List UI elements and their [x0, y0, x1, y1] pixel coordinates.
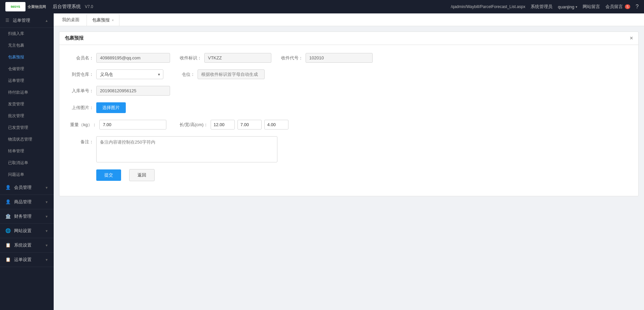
sidebar-section-system-label: 系统设置 [14, 243, 32, 248]
back-button[interactable]: 返回 [129, 169, 155, 181]
topbar-right: /qadmin/Waybill/ParcelForecast_List.aspx… [451, 4, 639, 10]
note-textarea[interactable] [96, 136, 277, 162]
sidebar-item-waybill[interactable]: 运单管理 [0, 75, 54, 87]
system-title: 后台管理系统 [53, 4, 81, 10]
order-input[interactable] [96, 86, 170, 96]
system-icon: 📋 [5, 243, 11, 248]
form-group-location: 仓位： [171, 69, 265, 79]
logo: 56SYS 全聚物流网 [5, 2, 46, 11]
sidebar-section-website[interactable]: 🌐 网站设置 ▼ [0, 224, 54, 238]
sidebar-section-shipping-label: 运单设置 [14, 257, 32, 262]
sidebar-item-problem[interactable]: 问题运单 [0, 169, 54, 180]
warehouse-select-wrapper: 义乌仓 广州仓 深圳仓 [96, 69, 163, 79]
tabs-bar: 我的桌面 包裹预报 × [54, 13, 644, 26]
form-group-receive-code: 收件代号： [279, 53, 373, 63]
receive-code-input[interactable] [306, 53, 373, 63]
version-label: V7.0 [85, 4, 93, 9]
member-badge: 5 [625, 4, 630, 9]
location-input[interactable] [198, 69, 265, 79]
length-input[interactable] [211, 120, 235, 130]
main-content: 我的桌面 包裹预报 × 包裹预报 × 会员名： [54, 13, 644, 310]
sidebar-item-pending-payment[interactable]: 待付款运单 [0, 87, 54, 98]
tab-close-icon[interactable]: × [112, 18, 114, 22]
username-label: quanjing [558, 4, 574, 9]
warehouse-select[interactable]: 义乌仓 广州仓 深圳仓 [96, 69, 163, 79]
chevron-down-icon: ▾ [576, 5, 577, 9]
sidebar-section-finance[interactable]: 🏦 财务管理 ▼ [0, 209, 54, 224]
sidebar-section-finance-label: 财务管理 [14, 214, 32, 219]
admin-label: 系统管理员 [531, 4, 552, 10]
form-group-note: 备注： [70, 136, 277, 162]
width-input[interactable] [237, 120, 262, 130]
form-close-button[interactable]: × [630, 35, 633, 41]
tab-parcel-forecast[interactable]: 包裹预报 × [87, 14, 119, 26]
weight-label: 重量（kg）： [70, 122, 97, 128]
topbar: 56SYS 全聚物流网 后台管理系统 V7.0 /qadmin/Waybill/… [0, 0, 644, 13]
user-menu[interactable]: quanjing ▾ [558, 4, 577, 9]
help-icon[interactable]: ? [636, 4, 639, 10]
page-content: 包裹预报 × 会员名： 收件标识： [54, 26, 644, 310]
form-row-7: 提交 返回 [96, 169, 628, 181]
form-card-header: 包裹预报 × [59, 32, 638, 45]
form-row-5: 重量（kg）： 长/宽/高(cm)： [70, 120, 628, 130]
breadcrumb-path: /qadmin/Waybill/ParcelForecast_List.aspx [451, 4, 525, 9]
form-row-4: 上传图片： 选择图片 [70, 102, 628, 113]
form-group-upload: 上传图片： 选择图片 [70, 102, 126, 113]
submit-button[interactable]: 提交 [96, 169, 121, 181]
chevron-down-icon-product: ▼ [45, 200, 48, 204]
finance-icon: 🏦 [5, 214, 11, 219]
height-input[interactable] [264, 120, 288, 130]
member-input[interactable] [96, 53, 170, 63]
logo-subtitle: 全聚物流网 [28, 4, 46, 9]
sidebar-section-website-label: 网站设置 [14, 228, 32, 233]
sidebar-section-member-label: 会员管理 [14, 185, 32, 190]
form-row-3: 入库单号： [70, 86, 628, 96]
sidebar-section-shipping[interactable]: 📋 运单设置 ▼ [0, 253, 54, 267]
member-message-link[interactable]: 会员留言 5 [605, 4, 630, 10]
sidebar-item-warehouse[interactable]: 仓储管理 [0, 63, 54, 75]
sidebar-item-batch[interactable]: 批次管理 [0, 110, 54, 122]
sidebar-item-delivered[interactable]: 已发货管理 [0, 122, 54, 134]
form-group-receive-mark: 收件标识： [178, 53, 271, 63]
form-card-body: 会员名： 收件标识： 收件代号： [59, 45, 638, 196]
website-icon: 🌐 [5, 228, 11, 233]
sidebar-freight-items: 扫描入库 无主包裹 包裹预报 仓储管理 运单管理 待付款运单 发货管理 批次管理… [0, 28, 54, 180]
sidebar-item-logistics[interactable]: 物流状态管理 [0, 134, 54, 145]
sidebar-section-product[interactable]: 👤 商品管理 ▼ [0, 195, 54, 209]
sidebar-section-freight[interactable]: ☰ 运单管理 ▲ [0, 13, 54, 28]
weight-input[interactable] [99, 120, 166, 130]
logo-image: 56SYS [5, 2, 25, 11]
sidebar-item-no-waybill[interactable]: 无主包裹 [0, 40, 54, 51]
tab-desktop-label: 我的桌面 [62, 17, 79, 23]
site-message-link[interactable]: 网站留言 [583, 4, 600, 10]
person-icon: 👤 [5, 185, 11, 190]
form-row-6: 备注： [70, 136, 628, 162]
sidebar: ☰ 运单管理 ▲ 扫描入库 无主包裹 包裹预报 仓储管理 运单管理 待付款运单 … [0, 13, 54, 310]
sidebar-section-system[interactable]: 📋 系统设置 ▼ [0, 238, 54, 253]
layout: ☰ 运单管理 ▲ 扫描入库 无主包裹 包裹预报 仓储管理 运单管理 待付款运单 … [0, 13, 644, 310]
sidebar-item-delivery[interactable]: 发货管理 [0, 98, 54, 110]
sidebar-item-parcel-forecast[interactable]: 包裹预报 [0, 51, 54, 63]
chevron-down-icon-shipping: ▼ [45, 258, 48, 262]
form-row-1: 会员名： 收件标识： 收件代号： [70, 53, 628, 63]
sidebar-section-product-label: 商品管理 [14, 199, 32, 204]
upload-button[interactable]: 选择图片 [96, 102, 126, 113]
warehouse-label: 到货仓库： [70, 71, 94, 78]
dimension-label: 长/宽/高(cm)： [174, 122, 208, 128]
form-group-order: 入库单号： [70, 86, 170, 96]
order-label: 入库单号： [70, 88, 94, 94]
sidebar-item-transfer[interactable]: 转单管理 [0, 145, 54, 157]
sidebar-item-scan[interactable]: 扫描入库 [0, 28, 54, 40]
receive-mark-label: 收件标识： [178, 55, 202, 61]
product-icon: 👤 [5, 199, 11, 204]
tab-desktop[interactable]: 我的桌面 [56, 14, 85, 25]
note-label: 备注： [70, 139, 94, 145]
location-label: 仓位： [171, 71, 195, 78]
sidebar-section-member[interactable]: 👤 会员管理 ▼ [0, 180, 54, 195]
receive-mark-input[interactable] [204, 53, 271, 63]
chevron-down-icon-system: ▼ [45, 244, 48, 247]
sidebar-section-freight-label: 运单管理 [13, 18, 30, 23]
sidebar-item-cancelled[interactable]: 已取消运单 [0, 157, 54, 169]
chevron-down-icon-finance: ▼ [45, 215, 48, 218]
form-row-2: 到货仓库： 义乌仓 广州仓 深圳仓 仓位： [70, 69, 628, 79]
